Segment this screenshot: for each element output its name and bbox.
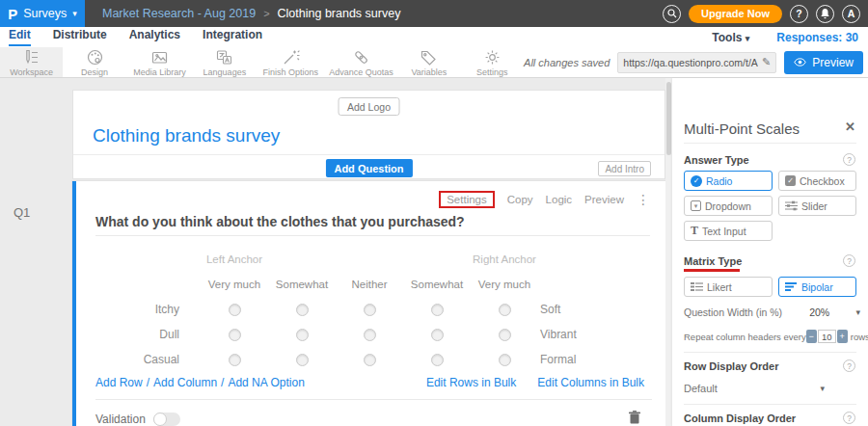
- radio-button[interactable]: [499, 329, 511, 341]
- question-menu: Settings Copy Logic Preview ⋮: [439, 191, 650, 208]
- radio-button[interactable]: [364, 329, 376, 341]
- validation-toggle[interactable]: [153, 413, 180, 426]
- nav-right: Tools ▾ Responses: 30: [712, 31, 868, 44]
- tab-edit[interactable]: Edit: [9, 28, 31, 46]
- toolbar-item-variables[interactable]: Variables: [397, 47, 460, 77]
- question-card: Settings Copy Logic Preview ⋮ What do yo…: [72, 181, 665, 426]
- surveys-menu[interactable]: P Surveys ▾: [0, 0, 85, 27]
- editor-toolbar: Workspace Design Media Library Languages…: [0, 47, 868, 78]
- radio-button[interactable]: [364, 354, 376, 366]
- upgrade-now-button[interactable]: Upgrade Now: [689, 5, 782, 23]
- repeat-headers-value[interactable]: 10: [818, 330, 836, 343]
- question-number: Q1: [14, 205, 30, 220]
- toolbar-item-workspace[interactable]: Workspace: [0, 47, 63, 77]
- tab-analytics[interactable]: Analytics: [129, 28, 180, 46]
- column-display-order-help-icon[interactable]: ?: [843, 412, 855, 424]
- notifications-button[interactable]: [816, 5, 834, 23]
- save-status: All changes saved: [524, 57, 610, 68]
- add-row-link[interactable]: Add Row: [95, 376, 143, 389]
- responses-link[interactable]: Responses: 30: [776, 31, 858, 44]
- more-options-icon[interactable]: ⋮: [637, 193, 650, 206]
- answer-type-help-icon[interactable]: ?: [843, 153, 855, 166]
- question-settings-button[interactable]: Settings: [439, 191, 495, 208]
- help-button[interactable]: ?: [790, 5, 808, 23]
- main-content: Q1 Add Logo Clothing brands survey Add Q…: [0, 78, 868, 426]
- radio-button[interactable]: [229, 329, 241, 341]
- increment-button[interactable]: +: [837, 330, 848, 343]
- scrollbar-thumb[interactable]: [666, 82, 671, 155]
- workspace-icon: [22, 48, 41, 67]
- radio-button[interactable]: [431, 329, 444, 341]
- tab-distribute[interactable]: Distribute: [53, 28, 107, 46]
- radio-button[interactable]: [296, 304, 309, 316]
- column-display-order-label: Column Display Order: [684, 413, 796, 424]
- eye-icon: [794, 58, 806, 67]
- edit-columns-in-bulk-link[interactable]: Edit Columns in Bulk: [537, 376, 644, 389]
- question-text[interactable]: What do you think about the clothes that…: [95, 214, 465, 229]
- matrix-type-likert-button[interactable]: Likert: [684, 277, 773, 297]
- radio-button[interactable]: [431, 354, 444, 366]
- question-width-value[interactable]: 20%: [809, 306, 829, 318]
- answer-type-text-input-button[interactable]: T Text Input: [684, 221, 773, 241]
- matrix-column-header: Very much: [201, 279, 268, 290]
- question-settings-panel: Multi-Point Scales ✕ Answer Type ? ✓ Rad…: [672, 78, 868, 426]
- answer-type-radio-button[interactable]: ✓ Radio: [684, 171, 773, 191]
- checkbox-icon: ✓: [785, 175, 796, 186]
- breadcrumb-folder[interactable]: Market Research - Aug 2019: [102, 7, 256, 20]
- search-button[interactable]: [663, 5, 681, 23]
- add-na-option-link[interactable]: Add NA Option: [228, 376, 304, 389]
- radio-button[interactable]: [431, 304, 444, 316]
- bipolar-matrix: Left Anchor Right Anchor Very much Somew…: [95, 247, 577, 372]
- add-column-link[interactable]: Add Column: [153, 376, 217, 389]
- chevron-down-icon[interactable]: ▾: [855, 307, 860, 317]
- text-input-icon: T: [691, 224, 698, 238]
- account-avatar[interactable]: A: [842, 5, 860, 23]
- palette-icon: [86, 48, 104, 67]
- divider: [684, 143, 856, 144]
- repeat-headers-row: Repeat column headers every − 10 + rows.: [684, 330, 860, 343]
- image-icon: [150, 48, 169, 67]
- delete-question-button[interactable]: [629, 411, 640, 426]
- answer-type-dropdown-button[interactable]: ▾ Dropdown: [684, 196, 773, 216]
- edit-rows-in-bulk-link[interactable]: Edit Rows in Bulk: [426, 376, 516, 389]
- edit-url-pencil-icon[interactable]: ✎: [762, 56, 771, 68]
- toolbar-item-languages[interactable]: Languages: [193, 47, 256, 77]
- chevron-down-icon: ▾: [72, 9, 77, 18]
- toolbar-item-media-library[interactable]: Media Library: [126, 47, 193, 77]
- answer-type-checkbox-button[interactable]: ✓ Checkbox: [778, 171, 856, 191]
- survey-header-card: Add Logo Clothing brands survey Add Ques…: [72, 90, 665, 179]
- survey-title[interactable]: Clothing brands survey: [93, 125, 280, 146]
- matrix-type-help-icon[interactable]: ?: [843, 254, 855, 267]
- tab-integration[interactable]: Integration: [203, 28, 262, 46]
- radio-button[interactable]: [229, 354, 241, 366]
- app-window: P Surveys ▾ Market Research - Aug 2019 >…: [0, 0, 868, 426]
- row-display-order-help-icon[interactable]: ?: [843, 359, 855, 372]
- question-preview-button[interactable]: Preview: [584, 194, 624, 205]
- validation-label: Validation: [95, 413, 146, 426]
- radio-button[interactable]: [229, 304, 241, 316]
- row-display-order-select[interactable]: Default ▾: [684, 383, 825, 394]
- question-copy-button[interactable]: Copy: [507, 194, 533, 205]
- radio-button[interactable]: [499, 354, 511, 366]
- radio-button[interactable]: [364, 304, 376, 316]
- tools-menu[interactable]: Tools ▾: [712, 31, 749, 44]
- close-icon[interactable]: ✕: [845, 120, 855, 133]
- survey-url-field[interactable]: https://qa.questionpro.com/t/APNrFZfQ ✎: [617, 52, 776, 73]
- add-logo-button[interactable]: Add Logo: [338, 97, 400, 116]
- bipolar-icon: [785, 281, 798, 292]
- matrix-type-bipolar-button[interactable]: Bipolar: [778, 277, 856, 297]
- add-question-button[interactable]: Add Question: [325, 159, 412, 177]
- preview-button[interactable]: Preview: [784, 51, 863, 74]
- radio-button[interactable]: [296, 329, 309, 341]
- decrement-button[interactable]: −: [806, 330, 817, 343]
- chain-link-icon: [352, 48, 370, 67]
- radio-button[interactable]: [296, 354, 309, 366]
- question-logic-button[interactable]: Logic: [546, 194, 573, 205]
- add-intro-button[interactable]: Add Intro: [598, 161, 651, 176]
- toolbar-item-advance-quotas[interactable]: Advance Quotas: [325, 47, 397, 77]
- radio-button[interactable]: [499, 304, 511, 316]
- toolbar-item-finish-options[interactable]: Finish Options: [257, 47, 325, 77]
- answer-type-slider-button[interactable]: Slider: [778, 196, 856, 216]
- toolbar-item-settings[interactable]: Settings: [461, 47, 524, 77]
- toolbar-item-design[interactable]: Design: [63, 47, 125, 77]
